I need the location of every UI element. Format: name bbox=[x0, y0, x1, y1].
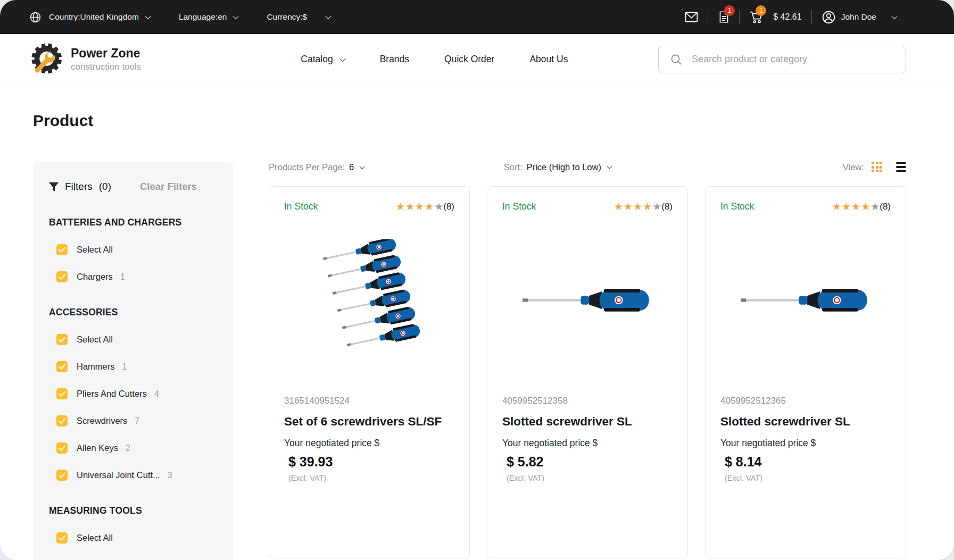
checkbox-checked-icon[interactable] bbox=[56, 532, 68, 544]
filters-title: Filters bbox=[65, 181, 93, 193]
product-title[interactable]: Slotted screwdriver SL bbox=[720, 415, 891, 429]
chevron-down-icon bbox=[360, 164, 365, 169]
divider bbox=[811, 10, 812, 24]
main-header: Power Zone construction tools Catalog Br… bbox=[0, 34, 954, 85]
stock-badge: In Stock bbox=[720, 201, 754, 212]
grid-view-icon[interactable] bbox=[872, 162, 882, 172]
product-image bbox=[720, 213, 891, 388]
user-name: John Doe bbox=[841, 12, 876, 22]
nav-about-us[interactable]: About Us bbox=[529, 54, 568, 65]
product-rating: ★★★★★(8) bbox=[396, 200, 454, 213]
product-card[interactable]: In Stock ★★★★★(8) bbox=[487, 186, 688, 558]
product-card[interactable]: In Stock ★★★★★(8) bbox=[269, 186, 470, 558]
filter-funnel-icon bbox=[49, 182, 59, 191]
country-selector[interactable]: Country:United Kingdom bbox=[49, 12, 150, 22]
products-toolbar: Products Per Page: 6 Sort: Price (High t… bbox=[269, 162, 906, 172]
filter-option-universal-joint-cutters[interactable]: Universal Joint Cutt... 3 bbox=[49, 470, 217, 481]
filter-section-title: ACCESSORIES bbox=[49, 307, 217, 318]
currency-label: Currency:$ bbox=[267, 12, 307, 22]
filter-option-allen-keys[interactable]: Allen Keys 2 bbox=[49, 442, 217, 454]
messages-button[interactable] bbox=[685, 11, 698, 23]
chevron-down-icon bbox=[233, 13, 239, 19]
product-price: $ 5.82 bbox=[502, 454, 673, 470]
chevron-down-icon bbox=[326, 13, 331, 19]
nav-catalog-label: Catalog bbox=[301, 54, 333, 65]
filter-option-count: 4 bbox=[154, 389, 159, 399]
filter-option-count: 2 bbox=[126, 444, 130, 453]
nav-catalog[interactable]: Catalog bbox=[301, 54, 344, 65]
filter-option-pliers-and-cutters[interactable]: Pliers And Cutters 4 bbox=[49, 388, 217, 399]
filter-section-title: MEASURING TOOLS bbox=[49, 505, 217, 516]
product-rating: ★★★★★(8) bbox=[614, 200, 673, 213]
stock-badge: In Stock bbox=[284, 201, 318, 212]
sort-label: Sort: bbox=[504, 162, 522, 172]
star-empty-icon: ★ bbox=[434, 200, 443, 213]
checkbox-checked-icon[interactable] bbox=[56, 442, 68, 454]
vat-note: (Excl. VAT) bbox=[284, 474, 454, 482]
filter-option-label: Select All bbox=[77, 335, 113, 345]
checkbox-checked-icon[interactable] bbox=[56, 244, 68, 255]
checkbox-checked-icon[interactable] bbox=[56, 415, 68, 427]
filter-option-label: Chargers bbox=[77, 272, 113, 282]
nav-brands-label: Brands bbox=[380, 54, 409, 65]
filter-option-count: 1 bbox=[122, 362, 127, 372]
price-label: Your negotiated price $ bbox=[284, 438, 454, 449]
vat-note: (Excl. VAT) bbox=[720, 474, 891, 482]
nav-brands[interactable]: Brands bbox=[380, 54, 409, 65]
filter-option-hammers[interactable]: Hammers 1 bbox=[49, 361, 217, 372]
list-view-icon[interactable] bbox=[896, 162, 906, 172]
rating-count: (8) bbox=[880, 202, 891, 212]
divider bbox=[739, 10, 740, 24]
user-icon bbox=[822, 10, 836, 24]
filter-option-select-all[interactable]: Select All bbox=[49, 244, 217, 255]
product-title[interactable]: Set of 6 screwdrivers SL/SF bbox=[284, 415, 454, 429]
cart-total: $ 42.61 bbox=[773, 12, 801, 22]
chevron-down-icon bbox=[891, 13, 897, 19]
checkbox-checked-icon[interactable] bbox=[56, 470, 68, 481]
product-sku: 4059952512365 bbox=[720, 396, 891, 406]
filter-option-screwdrivers[interactable]: Screwdrivers 7 bbox=[49, 415, 217, 427]
per-page-label: Products Per Page: bbox=[269, 162, 345, 172]
product-title[interactable]: Slotted screwdriver SL bbox=[502, 415, 673, 429]
filter-option-label: Hammers bbox=[77, 362, 115, 372]
nav-quick-order[interactable]: Quick Order bbox=[444, 54, 494, 65]
sort-value: Price (High to Low) bbox=[527, 162, 601, 172]
filters-count: (0) bbox=[99, 181, 111, 193]
product-image bbox=[284, 213, 454, 388]
brand-name: Power Zone bbox=[71, 46, 141, 61]
star-empty-icon: ★ bbox=[652, 200, 661, 213]
checkbox-checked-icon[interactable] bbox=[56, 388, 68, 399]
orders-button[interactable]: 1 bbox=[718, 10, 729, 24]
app-window: Country:United Kingdom Language:en Curre… bbox=[0, 0, 954, 560]
search-input[interactable] bbox=[658, 46, 906, 73]
star-filled-icon: ★★★★ bbox=[832, 200, 870, 213]
per-page-selector[interactable]: Products Per Page: 6 bbox=[269, 162, 364, 172]
cart-badge: 1 bbox=[756, 5, 766, 16]
filter-option-label: Pliers And Cutters bbox=[77, 389, 147, 399]
filter-option-select-all[interactable]: Select All bbox=[49, 334, 217, 345]
filter-option-select-all[interactable]: Select All bbox=[49, 532, 217, 544]
rating-count: (8) bbox=[661, 202, 673, 212]
nav-about-us-label: About Us bbox=[529, 54, 568, 65]
language-selector[interactable]: Language:en bbox=[179, 12, 238, 22]
price-label: Your negotiated price $ bbox=[720, 438, 891, 449]
sort-selector[interactable]: Sort: Price (High to Low) bbox=[504, 162, 611, 172]
brand-logo[interactable]: Power Zone construction tools bbox=[29, 42, 141, 77]
search-icon bbox=[670, 53, 683, 68]
currency-selector[interactable]: Currency:$ bbox=[267, 12, 330, 22]
cart-button[interactable]: 1 bbox=[749, 10, 764, 24]
chevron-down-icon bbox=[339, 55, 345, 61]
checkbox-checked-icon[interactable] bbox=[56, 334, 68, 345]
per-page-value: 6 bbox=[349, 162, 354, 172]
checkbox-checked-icon[interactable] bbox=[56, 361, 68, 372]
product-image bbox=[502, 213, 673, 388]
user-menu[interactable]: John Doe bbox=[822, 10, 897, 24]
page-title: Product bbox=[33, 112, 906, 130]
filter-option-label: Allen Keys bbox=[77, 443, 118, 453]
language-label: Language:en bbox=[179, 12, 227, 22]
product-card[interactable]: In Stock ★★★★★(8) bbox=[705, 186, 906, 558]
clear-filters-button[interactable]: Clear Filters bbox=[140, 181, 197, 193]
filter-option-chargers[interactable]: Chargers 1 bbox=[49, 271, 217, 282]
filter-option-label: Select All bbox=[77, 245, 113, 255]
checkbox-checked-icon[interactable] bbox=[56, 271, 68, 282]
